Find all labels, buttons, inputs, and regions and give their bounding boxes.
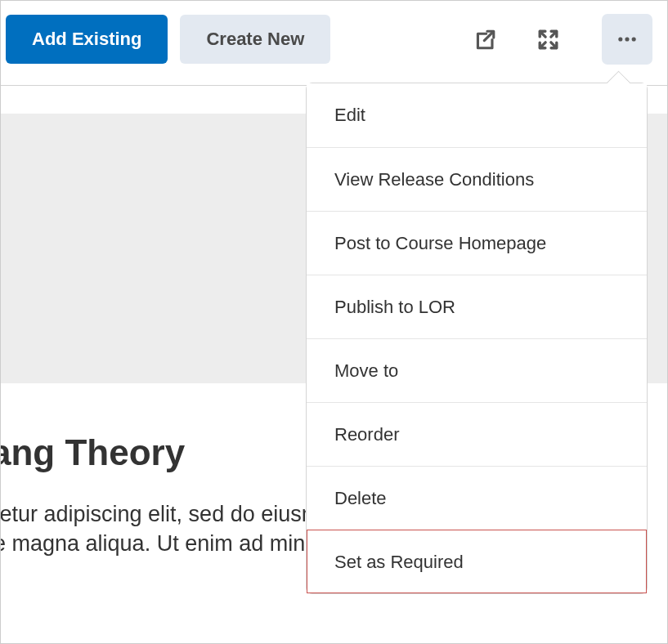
menu-item-edit[interactable]: Edit xyxy=(307,83,647,147)
menu-item-post-to-course-homepage[interactable]: Post to Course Homepage xyxy=(307,211,647,275)
menu-item-publish-to-lor[interactable]: Publish to LOR xyxy=(307,275,647,338)
menu-item-set-as-required[interactable]: Set as Required xyxy=(307,530,647,593)
ellipsis-icon xyxy=(616,28,639,51)
svg-point-1 xyxy=(625,37,629,41)
add-existing-button[interactable]: Add Existing xyxy=(6,15,168,64)
external-link-icon xyxy=(473,28,497,51)
svg-point-0 xyxy=(618,37,622,41)
menu-item-delete[interactable]: Delete xyxy=(307,466,647,530)
menu-item-reorder[interactable]: Reorder xyxy=(307,402,647,466)
fullscreen-button[interactable] xyxy=(522,14,573,65)
open-external-button[interactable] xyxy=(460,14,510,65)
toolbar: Add Existing Create New xyxy=(1,1,667,85)
menu-item-view-release-conditions[interactable]: View Release Conditions xyxy=(307,147,647,211)
create-new-button[interactable]: Create New xyxy=(180,15,330,64)
svg-point-2 xyxy=(632,37,636,41)
content-body-line2: e magna aliqua. Ut enim ad minim xyxy=(0,531,329,556)
menu-item-move-to[interactable]: Move to xyxy=(307,338,647,402)
expand-icon xyxy=(536,28,560,51)
more-options-menu: Edit View Release Conditions Post to Cou… xyxy=(306,83,648,594)
more-options-button[interactable] xyxy=(602,14,652,65)
